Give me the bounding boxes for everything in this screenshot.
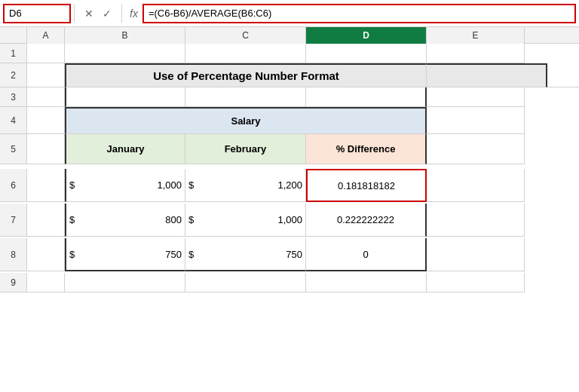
cell-c6[interactable]: $ 1,200 — [185, 169, 306, 202]
cell-d9[interactable] — [306, 273, 427, 292]
fx-label: fx — [130, 8, 138, 20]
row-6: 6 $ 1,000 $ 1,200 0.181818182 — [0, 169, 579, 204]
cell-c9[interactable] — [185, 273, 306, 292]
cell-name-box[interactable]: D6 — [3, 4, 71, 23]
cell-a2[interactable] — [27, 63, 65, 87]
row-7: 7 $ 800 $ 1,000 0.222222222 — [0, 204, 579, 238]
row-header-3[interactable]: 3 — [0, 87, 27, 107]
cell-c7[interactable]: $ 1,000 — [185, 204, 306, 237]
cell-title[interactable]: Use of Percentage Number Format — [65, 63, 427, 87]
cell-b1[interactable] — [65, 44, 185, 63]
cell-a8[interactable] — [27, 238, 65, 271]
row-1: 1 — [0, 44, 579, 63]
row-header-4[interactable]: 4 — [0, 107, 27, 134]
col-header-c[interactable]: C — [185, 27, 306, 44]
col-header-a[interactable]: A — [27, 27, 65, 44]
cell-e8[interactable] — [427, 238, 525, 271]
cell-e2[interactable] — [547, 63, 579, 87]
row-header-5[interactable]: 5 — [0, 134, 27, 164]
cell-d3[interactable] — [306, 87, 427, 107]
b8-sym: $ — [69, 249, 75, 260]
cell-e7[interactable] — [427, 204, 525, 237]
cancel-icon[interactable]: ✕ — [81, 5, 97, 22]
sheet-container: A B C D E 1 2 Use of Percentage Number F… — [0, 27, 579, 392]
row-header-6[interactable]: 6 — [0, 169, 27, 202]
cell-e3[interactable] — [427, 87, 525, 107]
cell-b9[interactable] — [65, 273, 185, 292]
cell-e5[interactable] — [427, 134, 525, 164]
row-9: 9 — [0, 273, 579, 292]
cell-a3[interactable] — [27, 87, 65, 107]
row-header-7[interactable]: 7 — [0, 204, 27, 237]
row-header-2[interactable]: 2 — [0, 63, 27, 87]
col-header-b[interactable]: B — [65, 27, 185, 44]
row-header-1[interactable]: 1 — [0, 44, 27, 63]
col-header-d[interactable]: D — [306, 27, 427, 44]
divider-1 — [74, 5, 75, 23]
cell-d2-ext[interactable] — [427, 63, 547, 87]
cell-a6[interactable] — [27, 169, 65, 202]
cell-b8[interactable]: $ 750 — [65, 238, 185, 271]
cell-b6[interactable]: $ 1,000 — [65, 169, 185, 202]
cell-e6[interactable] — [427, 169, 525, 202]
row-5: 5 January February % Difference — [0, 134, 579, 169]
cell-feb-header[interactable]: February — [185, 134, 306, 164]
c6-val: 1,200 — [277, 179, 302, 191]
row-header-8[interactable]: 8 — [0, 238, 27, 271]
cell-d1[interactable] — [306, 44, 427, 63]
cell-a4[interactable] — [27, 107, 65, 134]
b8-val: 750 — [165, 249, 182, 260]
cell-d8[interactable]: 0 — [306, 238, 427, 271]
cell-d6[interactable]: 0.181818182 — [306, 169, 427, 202]
divider-2 — [121, 5, 122, 23]
cell-d7[interactable]: 0.222222222 — [306, 204, 427, 237]
c7-sym: $ — [188, 214, 194, 225]
b6-val: 1,000 — [157, 179, 182, 191]
cell-e9[interactable] — [427, 273, 525, 292]
row-2: 2 Use of Percentage Number Format — [0, 63, 579, 87]
grid-body: 1 2 Use of Percentage Number Format 3 — [0, 44, 579, 392]
corner-spacer — [0, 27, 27, 43]
cell-a9[interactable] — [27, 273, 65, 292]
c8-sym: $ — [188, 249, 194, 260]
cell-e4[interactable] — [427, 107, 525, 134]
c7-val: 1,000 — [277, 214, 302, 225]
row-8: 8 $ 750 $ 750 0 — [0, 238, 579, 273]
b7-sym: $ — [69, 214, 75, 225]
col-header-e[interactable]: E — [427, 27, 525, 44]
formula-input[interactable] — [142, 4, 576, 23]
cell-a5[interactable] — [27, 134, 65, 164]
c8-val: 750 — [286, 249, 302, 260]
cell-a7[interactable] — [27, 204, 65, 237]
cell-b3[interactable] — [65, 87, 185, 107]
cell-pct-header[interactable]: % Difference — [306, 134, 427, 164]
row-3: 3 — [0, 87, 579, 107]
row-4: 4 Salary — [0, 107, 579, 134]
cell-c8[interactable]: $ 750 — [185, 238, 306, 271]
c6-sym: $ — [188, 179, 194, 191]
cell-jan-header[interactable]: January — [65, 134, 185, 164]
b7-val: 800 — [165, 214, 182, 225]
cell-a1[interactable] — [27, 44, 65, 63]
col-headers: A B C D E — [0, 27, 579, 44]
b6-sym: $ — [69, 179, 75, 191]
row-header-9[interactable]: 9 — [0, 273, 27, 292]
cell-e1[interactable] — [427, 44, 525, 63]
cell-c1[interactable] — [185, 44, 306, 63]
formula-bar-icons: ✕ ✓ — [81, 5, 115, 22]
cell-b7[interactable]: $ 800 — [65, 204, 185, 237]
formula-bar: D6 ✕ ✓ fx — [0, 0, 579, 27]
confirm-icon[interactable]: ✓ — [99, 5, 115, 22]
cell-c3[interactable] — [185, 87, 306, 107]
cell-salary-header[interactable]: Salary — [65, 107, 427, 134]
